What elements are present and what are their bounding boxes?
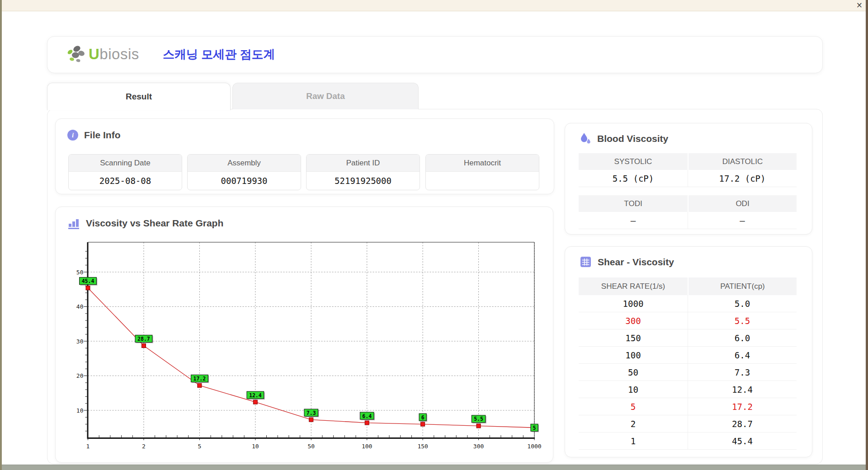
svg-text:5: 5 — [198, 443, 201, 450]
svg-text:1: 1 — [86, 443, 90, 450]
info-icon: i — [67, 130, 78, 141]
field-label: Assembly — [188, 155, 301, 172]
svg-text:10: 10 — [252, 443, 259, 450]
tab-result-label: Result — [126, 92, 152, 102]
diastolic-header: DIASTOLIC — [688, 153, 797, 170]
patient-cell: 17.2 — [688, 398, 797, 415]
svg-text:40: 40 — [76, 303, 84, 310]
shear-viscosity-card: Shear - Viscosity SHEAR RATE(1/s) PATIEN… — [565, 246, 812, 457]
patient-cell: 7.3 — [688, 364, 797, 381]
table-row: 145.4 — [579, 432, 797, 450]
blood-viscosity-title: Blood Viscosity — [597, 133, 668, 144]
svg-text:50: 50 — [76, 269, 84, 276]
table-header-row: SYSTOLIC DIASTOLIC — [579, 153, 797, 170]
field-label: Patient ID — [307, 155, 420, 172]
table-row: 507.3 — [579, 364, 797, 381]
close-icon[interactable]: × — [856, 0, 863, 9]
window-left-border — [0, 0, 2, 470]
shear-viscosity-table: SHEAR RATE(1/s) PATIENT(cp) 10005.03005.… — [579, 277, 797, 450]
logo-text: Ubiosis — [89, 46, 139, 63]
shear-rate-cell: 300 — [579, 312, 688, 329]
svg-text:10: 10 — [76, 407, 84, 414]
svg-text:12.4: 12.4 — [249, 392, 262, 399]
shear-rate-header: SHEAR RATE(1/s) — [579, 277, 688, 295]
svg-text:300: 300 — [473, 443, 484, 450]
shear-rate-cell: 50 — [579, 364, 688, 381]
svg-text:5.5: 5.5 — [474, 416, 483, 422]
app-window: × Ubiosis 스캐닝 모세관 점도계 Result Raw Data i … — [0, 0, 868, 470]
graph-title: Viscosity vs Shear Rate Graph — [86, 218, 223, 229]
shear-rate-cell: 1 — [579, 432, 688, 449]
svg-text:1000: 1000 — [527, 443, 541, 450]
shear-rate-cell: 1000 — [579, 295, 688, 312]
blood-viscosity-table: SYSTOLIC DIASTOLIC 5.5 (cP) 17.2 (cP) TO… — [579, 153, 797, 229]
svg-text:28.7: 28.7 — [137, 336, 150, 342]
file-info-card: i File Info Scanning Date 2025-08-08 Ass… — [55, 118, 554, 194]
shear-rate-cell: 5 — [579, 398, 688, 415]
tab-raw-data-label: Raw Data — [306, 91, 345, 101]
svg-text:100: 100 — [362, 443, 372, 450]
todi-header: TODI — [579, 195, 688, 212]
svg-text:17.2: 17.2 — [193, 376, 206, 382]
svg-text:45.4: 45.4 — [82, 278, 94, 284]
todi-value: – — [579, 212, 688, 229]
table-row: 517.2 — [579, 398, 797, 415]
svg-text:6.4: 6.4 — [362, 413, 372, 419]
svg-text:7.3: 7.3 — [307, 410, 316, 416]
shear-viscosity-title: Shear - Viscosity — [598, 257, 674, 268]
patient-cell: 28.7 — [688, 415, 797, 432]
table-row: 5.5 (cP) 17.2 (cP) — [579, 170, 797, 187]
table-header-row: TODI ODI — [579, 195, 797, 212]
table-row: 1006.4 — [579, 347, 797, 364]
field-assembly: Assembly 000719930 — [187, 154, 301, 190]
systolic-header: SYSTOLIC — [579, 153, 688, 170]
table-row: 1012.4 — [579, 381, 797, 398]
field-value: 52191925000 — [307, 172, 420, 190]
field-label: Scanning Date — [69, 155, 182, 172]
tab-raw-data[interactable]: Raw Data — [232, 83, 419, 109]
ubiosis-leaf-icon — [66, 44, 87, 64]
bar-chart-icon — [67, 217, 80, 230]
droplets-icon — [580, 132, 591, 145]
table-row: – – — [579, 212, 797, 229]
table-row: 228.7 — [579, 415, 797, 432]
ubiosis-logo: Ubiosis — [66, 36, 139, 72]
blood-viscosity-card: Blood Viscosity SYSTOLIC DIASTOLIC 5.5 (… — [565, 123, 812, 235]
patient-header: PATIENT(cp) — [688, 277, 797, 295]
shear-rate-cell: 150 — [579, 329, 688, 346]
table-grid-icon — [580, 256, 592, 268]
field-label: Hematocrit — [426, 155, 539, 172]
patient-cell: 45.4 — [688, 432, 797, 449]
svg-text:6: 6 — [421, 414, 425, 421]
odi-value: – — [688, 212, 797, 229]
svg-text:20: 20 — [76, 372, 84, 379]
table-row: 10005.0 — [579, 295, 797, 312]
patient-cell: 5.5 — [688, 312, 797, 329]
page-title: 스캐닝 모세관 점도계 — [163, 36, 275, 72]
shear-rate-cell: 2 — [579, 415, 688, 432]
field-hematocrit: Hematocrit — [425, 154, 539, 190]
window-titlebar: × — [0, 0, 868, 11]
table-header-row: SHEAR RATE(1/s) PATIENT(cp) — [579, 277, 797, 295]
field-scanning-date: Scanning Date 2025-08-08 — [68, 154, 182, 190]
svg-text:150: 150 — [417, 443, 428, 450]
svg-text:5: 5 — [533, 425, 536, 431]
patient-cell: 6.4 — [688, 347, 797, 363]
table-row: 1506.0 — [579, 329, 797, 347]
shear-rate-cell: 100 — [579, 347, 688, 363]
table-body: 10005.03005.51506.01006.4507.31012.4517.… — [579, 295, 797, 450]
systolic-value: 5.5 (cP) — [579, 170, 688, 187]
tab-result[interactable]: Result — [47, 83, 231, 110]
viscosity-chart: 10203040501251050100150300100045.428.717… — [64, 235, 547, 457]
table-row: 3005.5 — [579, 312, 797, 329]
patient-cell: 5.0 — [688, 295, 797, 312]
diastolic-value: 17.2 (cP) — [688, 170, 797, 187]
odi-header: ODI — [688, 195, 797, 212]
svg-text:2: 2 — [142, 443, 146, 450]
field-value: 000719930 — [188, 172, 301, 190]
svg-text:30: 30 — [76, 338, 84, 345]
svg-text:50: 50 — [307, 443, 315, 450]
window-right-border — [866, 0, 868, 470]
graph-card: Viscosity vs Shear Rate Graph 1020304050… — [55, 207, 553, 463]
file-info-title: File Info — [84, 130, 121, 141]
